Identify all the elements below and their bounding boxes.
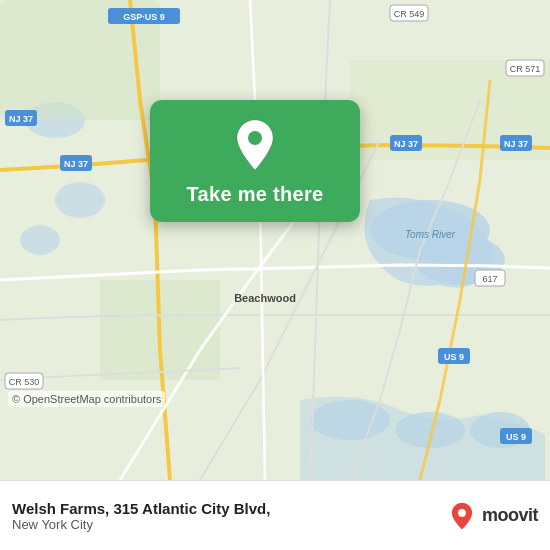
take-me-there-button[interactable]: Take me there xyxy=(187,182,324,206)
popup-card[interactable]: Take me there xyxy=(150,100,360,222)
svg-text:CR 571: CR 571 xyxy=(510,64,541,74)
moovit-brand-text: moovit xyxy=(482,505,538,526)
svg-text:CR 530: CR 530 xyxy=(9,377,40,387)
bottom-bar: Welsh Farms, 315 Atlantic City Blvd, New… xyxy=(0,480,550,550)
svg-text:CR 549: CR 549 xyxy=(394,9,425,19)
svg-text:NJ 37: NJ 37 xyxy=(394,139,418,149)
svg-text:US 9: US 9 xyxy=(444,352,464,362)
svg-point-7 xyxy=(55,182,105,218)
location-city: New York City xyxy=(12,517,448,532)
svg-text:US 9: US 9 xyxy=(506,432,526,442)
svg-text:617: 617 xyxy=(482,274,497,284)
moovit-pin-icon xyxy=(448,502,476,530)
svg-point-37 xyxy=(248,131,262,145)
location-info: Welsh Farms, 315 Atlantic City Blvd, New… xyxy=(12,500,448,532)
svg-text:NJ 37: NJ 37 xyxy=(64,159,88,169)
location-name: Welsh Farms, 315 Atlantic City Blvd, xyxy=(12,500,448,517)
svg-text:NJ 37: NJ 37 xyxy=(9,114,33,124)
svg-text:Toms River: Toms River xyxy=(405,229,456,240)
map-container: GSP·US 9 NJ 37 NJ 37 NJ 37 CR 549 CR 571… xyxy=(0,0,550,480)
svg-text:GSP·US 9: GSP·US 9 xyxy=(123,12,165,22)
map-svg: GSP·US 9 NJ 37 NJ 37 NJ 37 CR 549 CR 571… xyxy=(0,0,550,480)
svg-text:NJ 37: NJ 37 xyxy=(504,139,528,149)
copyright-text: © OpenStreetMap contributors xyxy=(8,391,165,407)
svg-text:Beachwood: Beachwood xyxy=(234,292,296,304)
svg-point-8 xyxy=(20,225,60,255)
svg-point-38 xyxy=(458,509,466,517)
location-pin-icon xyxy=(233,118,277,172)
moovit-logo: moovit xyxy=(448,502,538,530)
